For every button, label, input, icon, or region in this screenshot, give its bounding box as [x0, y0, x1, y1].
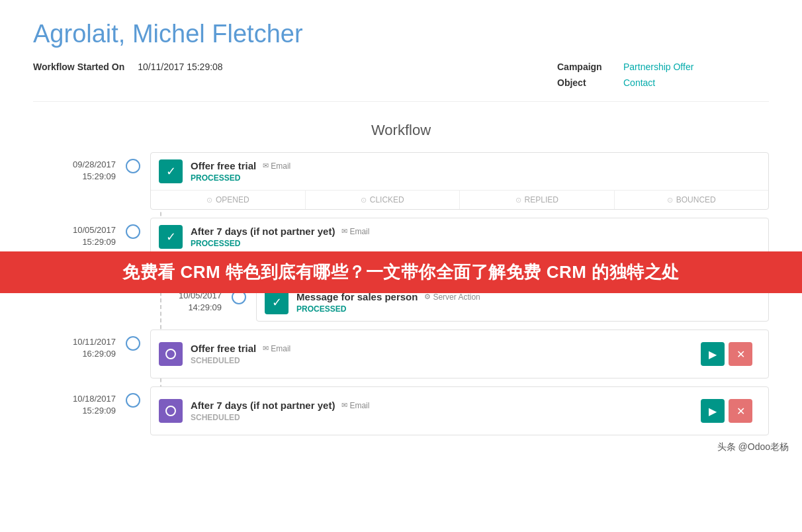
status-icon	[159, 399, 183, 423]
workflow-dot	[126, 393, 140, 408]
card-title-row: After 7 days (if not partner yet)Email	[191, 400, 693, 411]
stat-label: REPLIED	[525, 195, 558, 204]
card-type: Email	[263, 161, 290, 171]
workflow-card: Offer free trialEmailSCHEDULED▶✕	[150, 330, 769, 378]
cancel-button[interactable]: ✕	[729, 342, 752, 366]
card-status: SCHEDULED	[191, 354, 693, 365]
stat-icon: ⊙	[667, 196, 673, 204]
card-title-row: Offer free trialEmail	[191, 343, 693, 354]
object-label: Object	[557, 77, 610, 88]
card-type: Email	[341, 401, 369, 410]
workflow-card: ✓Offer free trialEmailPROCESSED⊙OPENED⊙C…	[150, 152, 769, 210]
page-title: Agrolait, Michel Fletcher	[33, 20, 769, 48]
campaign-label: Campaign	[557, 62, 610, 72]
card-name: Offer free trial	[191, 343, 256, 354]
watermark: 头条 @Odoo老杨	[717, 441, 789, 453]
workflow-card-header: ✓Offer free trialEmailPROCESSED	[151, 153, 768, 190]
status-icon: ✓	[159, 225, 183, 249]
card-info: After 7 days (if not partner yet)EmailSC…	[191, 400, 693, 422]
card-status: SCHEDULED	[191, 411, 693, 422]
meta-right: Campaign Partnership Offer Object Contac…	[557, 62, 769, 88]
workflow-card-header: Offer free trialEmailSCHEDULED▶✕	[151, 330, 768, 378]
card-status: PROCESSED	[191, 237, 760, 248]
campaign-value[interactable]: Partnership Offer	[623, 62, 693, 72]
workflow-card-header: ✓After 7 days (if not partner yet)EmailP…	[151, 218, 768, 255]
stat-icon: ⊙	[206, 196, 212, 204]
stat-item: ⊙BOUNCED	[615, 191, 769, 209]
campaign-row: Campaign Partnership Offer	[557, 62, 769, 72]
workflow-card-header: After 7 days (if not partner yet)EmailSC…	[151, 387, 768, 435]
promo-banner: 免费看 CRM 特色到底有哪些？一文带你全面了解免费 CRM 的独特之处	[0, 251, 802, 293]
workflow-date: 10/11/2017 16:29:09	[33, 330, 126, 360]
status-icon	[159, 342, 183, 366]
card-name: Offer free trial	[191, 160, 256, 171]
card-status: PROCESSED	[191, 171, 760, 183]
workflow-stats: ⊙OPENED⊙CLICKED⊙REPLIED⊙BOUNCED	[151, 190, 768, 209]
cancel-button[interactable]: ✕	[729, 399, 752, 423]
meta-section: Workflow Started On 10/11/2017 15:29:08 …	[33, 62, 769, 102]
svg-point-1	[166, 406, 175, 416]
object-value[interactable]: Contact	[623, 77, 655, 88]
workflow-dot	[126, 224, 140, 239]
card-info: Offer free trialEmailSCHEDULED	[191, 343, 693, 365]
meta-left: Workflow Started On 10/11/2017 15:29:08	[33, 62, 557, 72]
card-actions: ▶✕	[701, 337, 760, 371]
stat-item: ⊙OPENED	[151, 191, 306, 209]
svg-point-0	[166, 349, 175, 359]
stat-icon: ⊙	[515, 196, 521, 204]
card-info: Message for sales personServer ActionPRO…	[296, 291, 760, 314]
card-title-row: After 7 days (if not partner yet)Email	[191, 226, 760, 237]
stat-item: ⊙CLICKED	[306, 191, 461, 209]
workflow-row: 10/11/2017 16:29:09Offer free trialEmail…	[33, 330, 769, 378]
card-actions: ▶✕	[701, 394, 760, 428]
status-icon: ✓	[265, 290, 289, 314]
card-status: PROCESSED	[296, 302, 760, 314]
started-value: 10/11/2017 15:29:08	[138, 62, 222, 72]
workflow-date: 10/18/2017 15:29:09	[33, 386, 126, 417]
workflow-dot	[126, 336, 140, 351]
stat-label: BOUNCED	[676, 195, 716, 204]
card-info: After 7 days (if not partner yet)EmailPR…	[191, 226, 760, 248]
stat-label: CLICKED	[370, 195, 404, 204]
workflow-row: 10/18/2017 15:29:09After 7 days (if not …	[33, 386, 769, 435]
card-type: Email	[341, 227, 369, 236]
play-button[interactable]: ▶	[701, 342, 725, 366]
workflow-row: 09/28/2017 15:29:09✓Offer free trialEmai…	[33, 152, 769, 210]
workflow-date: 09/28/2017 15:29:09	[33, 152, 126, 183]
card-title-row: Offer free trialEmail	[191, 160, 760, 171]
play-button[interactable]: ▶	[701, 399, 725, 423]
card-type: Email	[263, 344, 290, 353]
card-name: After 7 days (if not partner yet)	[191, 400, 335, 411]
card-type: Server Action	[424, 292, 480, 302]
status-icon: ✓	[159, 159, 183, 183]
card-info: Offer free trialEmailPROCESSED	[191, 160, 760, 183]
stat-label: OPENED	[216, 195, 249, 204]
object-row: Object Contact	[557, 77, 769, 88]
card-name: After 7 days (if not partner yet)	[191, 226, 335, 237]
workflow-card: After 7 days (if not partner yet)EmailSC…	[150, 386, 769, 435]
stat-item: ⊙REPLIED	[460, 191, 615, 209]
workflow-title: Workflow	[33, 122, 769, 139]
workflow-date: 10/05/2017 15:29:09	[33, 218, 126, 248]
stat-icon: ⊙	[361, 196, 367, 204]
started-label: Workflow Started On	[33, 62, 124, 72]
workflow-dot	[126, 159, 140, 173]
workflow-items: 09/28/2017 15:29:09✓Offer free trialEmai…	[33, 152, 769, 435]
